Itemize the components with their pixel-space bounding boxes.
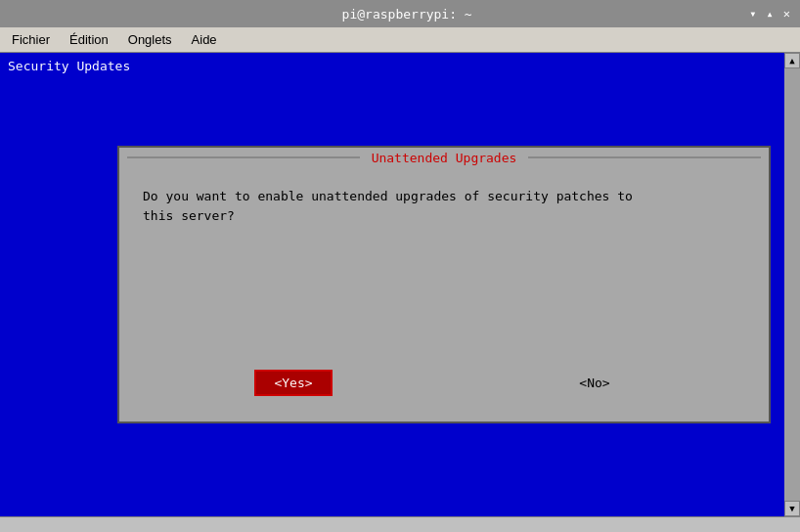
dialog-box: Unattended Upgrades Do you want to enabl… [117, 146, 771, 423]
title-line-left [127, 156, 360, 158]
close-button[interactable]: ✕ [781, 7, 792, 21]
dialog-title-bar: Unattended Upgrades [119, 148, 769, 167]
no-button[interactable]: <No> [556, 372, 634, 394]
scrollbar-up-button[interactable]: ▲ [784, 53, 800, 68]
dialog-buttons: <Yes> <No> [143, 370, 745, 406]
menu-bar: Fichier Édition Onglets Aide [0, 27, 800, 53]
title-line-right [528, 156, 761, 158]
dialog-message: Do you want to enable unattended upgrade… [143, 187, 745, 225]
menu-edition[interactable]: Édition [62, 30, 116, 49]
dialog-content: Do you want to enable unattended upgrade… [119, 167, 769, 421]
yes-button[interactable]: <Yes> [254, 370, 333, 396]
bottom-bar [0, 516, 800, 532]
minimize-button[interactable]: ▾ [747, 7, 758, 21]
window-title: pi@raspberrypi: ~ [67, 7, 747, 22]
status-text: Security Updates [8, 59, 130, 73]
title-bar: pi@raspberrypi: ~ ▾ ▴ ✕ [0, 0, 800, 27]
maximize-button[interactable]: ▴ [765, 7, 776, 21]
menu-aide[interactable]: Aide [184, 30, 225, 49]
dialog-title-text: Unattended Upgrades [368, 151, 521, 165]
window-controls: ▾ ▴ ✕ [747, 7, 792, 21]
scrollbar-track[interactable] [784, 68, 800, 501]
menu-fichier[interactable]: Fichier [4, 30, 58, 49]
scrollbar[interactable]: ▲ ▼ [784, 53, 800, 516]
menu-onglets[interactable]: Onglets [120, 30, 180, 49]
terminal-area: Security Updates Unattended Upgrades Do … [0, 53, 800, 516]
scrollbar-down-button[interactable]: ▼ [784, 501, 800, 516]
